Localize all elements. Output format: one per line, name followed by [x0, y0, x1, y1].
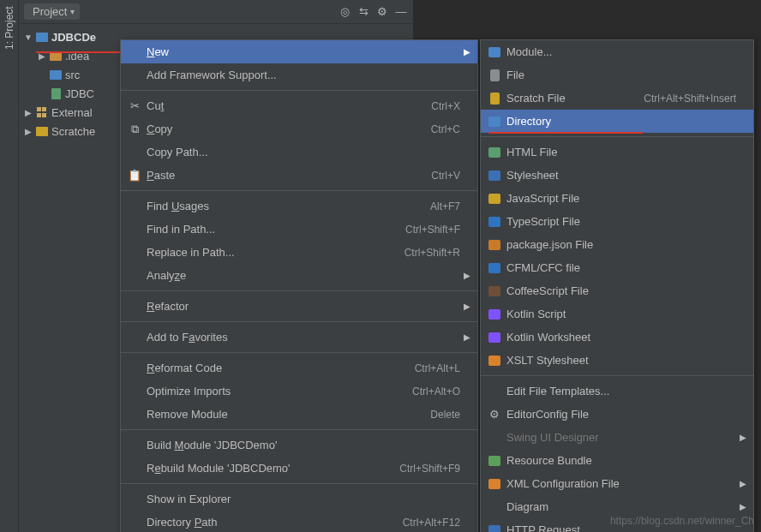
submenu-module[interactable]: Module... — [481, 40, 753, 63]
menu-separator — [481, 136, 753, 137]
menu-rebuild[interactable]: Rebuild Module 'JDBCDemo'Ctrl+Shift+F9 — [121, 457, 477, 480]
watermark: https://blog.csdn.net/winner_Ch — [610, 515, 754, 527]
menu-show-explorer[interactable]: Show in Explorer — [121, 487, 477, 511]
submenu-resource-bundle[interactable]: Resource Bundle — [481, 449, 753, 472]
submenu-ts[interactable]: TypeScript File — [481, 210, 753, 233]
project-view-selector[interactable]: Project ▾ — [24, 3, 80, 20]
menu-separator — [121, 190, 477, 191]
menu-replace-in-path[interactable]: Replace in Path...Ctrl+Shift+R — [121, 241, 477, 264]
chevron-right-icon: ▶ — [740, 479, 746, 488]
chevron-right-icon: ▶ — [464, 302, 470, 311]
folder-icon — [488, 115, 501, 129]
cut-icon: ✂ — [128, 99, 141, 113]
menu-separator — [121, 483, 477, 484]
submenu-editorconfig[interactable]: ⚙EditorConfig File — [481, 403, 753, 426]
minimize-icon[interactable]: — — [394, 5, 408, 19]
panel-header: Project ▾ ◎ ⇆ ⚙ — — [19, 0, 413, 24]
chevron-down-icon: ▾ — [70, 7, 75, 16]
annotation-underline — [488, 132, 643, 134]
submenu-file[interactable]: File — [481, 63, 753, 87]
menu-separator — [121, 321, 477, 322]
menu-copy-path[interactable]: Copy Path... — [121, 140, 477, 164]
menu-cut[interactable]: ✂CutCtrl+X — [121, 94, 477, 117]
menu-separator — [121, 429, 477, 430]
menu-separator — [121, 290, 477, 291]
tree-label: JDBCDe — [51, 31, 96, 44]
resource-icon — [488, 454, 501, 468]
chevron-right-icon: ▶ — [740, 433, 746, 442]
copy-icon: ⧉ — [128, 123, 141, 136]
menu-copy[interactable]: ⧉CopyCtrl+C — [121, 117, 477, 140]
menu-new[interactable]: New▶ — [121, 40, 477, 63]
new-submenu: Module... File Scratch FileCtrl+Alt+Shif… — [480, 39, 754, 532]
menu-remove-module[interactable]: Remove ModuleDelete — [121, 403, 477, 426]
menu-separator — [121, 90, 477, 91]
context-menu: New▶ Add Framework Support... ✂CutCtrl+X… — [120, 39, 478, 532]
gear-icon[interactable]: ⚙ — [375, 5, 389, 19]
chevron-right-icon: ▶ — [464, 332, 470, 342]
submenu-swing[interactable]: Swing UI Designer▶ — [481, 426, 753, 449]
chevron-right-icon: ▶ — [464, 47, 470, 57]
folder-icon — [49, 69, 63, 81]
html-icon — [488, 146, 501, 159]
menu-favorites[interactable]: Add to Favorites▶ — [121, 326, 477, 349]
gear-icon: ⚙ — [488, 408, 501, 421]
submenu-pkgjson[interactable]: package.json File — [481, 233, 753, 256]
menu-separator — [121, 352, 477, 353]
submenu-stylesheet[interactable]: Stylesheet — [481, 164, 753, 187]
css-icon — [488, 169, 501, 182]
xslt-icon — [488, 354, 501, 368]
chevron-right-icon: ▶ — [464, 271, 470, 280]
menu-refactor[interactable]: Refactor▶ — [121, 295, 477, 318]
submenu-xslt[interactable]: XSLT Stylesheet — [481, 349, 753, 372]
submenu-cfml[interactable]: CFML/CFC file — [481, 256, 753, 279]
chevron-right-icon: ▶ — [740, 502, 746, 511]
menu-find-in-path[interactable]: Find in Path...Ctrl+Shift+F — [121, 218, 477, 241]
file-icon — [488, 69, 501, 82]
menu-add-framework[interactable]: Add Framework Support... — [121, 63, 477, 87]
menu-paste[interactable]: 📋PasteCtrl+V — [121, 164, 477, 187]
paste-icon: 📋 — [128, 169, 141, 182]
xml-icon — [488, 477, 501, 491]
tree-label: Scratche — [51, 125, 95, 138]
file-icon — [49, 87, 63, 99]
js-icon — [488, 192, 501, 206]
tree-label: src — [65, 69, 80, 81]
expand-icon[interactable]: ▶ — [24, 127, 33, 136]
menu-optimize[interactable]: Optimize ImportsCtrl+Alt+O — [121, 380, 477, 403]
submenu-edit-templates[interactable]: Edit File Templates... — [481, 380, 753, 403]
ts-icon — [488, 215, 501, 229]
expand-icon[interactable]: ▶ — [24, 108, 33, 117]
cfml-icon — [488, 261, 501, 275]
menu-analyze[interactable]: Analyze▶ — [121, 264, 477, 287]
module-icon — [35, 31, 49, 43]
json-icon — [488, 238, 501, 252]
submenu-xml-config[interactable]: XML Configuration File▶ — [481, 472, 753, 495]
submenu-directory[interactable]: Directory — [481, 110, 753, 133]
tree-label: External — [51, 106, 93, 119]
menu-directory-path[interactable]: Directory PathCtrl+Alt+F12 — [121, 511, 477, 532]
menu-separator — [481, 375, 753, 376]
api-icon — [488, 523, 501, 533]
scratch-icon — [488, 92, 501, 105]
kotlin-icon — [488, 308, 501, 321]
submenu-coffee[interactable]: CoffeeScript File — [481, 279, 753, 302]
menu-build[interactable]: Build Module 'JDBCDemo' — [121, 433, 477, 457]
scratch-icon — [35, 125, 49, 137]
submenu-js[interactable]: JavaScript File — [481, 187, 753, 210]
submenu-kotlin-ws[interactable]: Kotlin Worksheet — [481, 326, 753, 349]
submenu-html[interactable]: HTML File — [481, 140, 753, 164]
menu-reformat[interactable]: Reformat CodeCtrl+Alt+L — [121, 356, 477, 380]
target-icon[interactable]: ◎ — [338, 5, 351, 19]
project-title: Project — [33, 5, 67, 18]
submenu-kotlin-script[interactable]: Kotlin Script — [481, 302, 753, 326]
kotlin-icon — [488, 331, 501, 344]
submenu-scratch[interactable]: Scratch FileCtrl+Alt+Shift+Insert — [481, 87, 753, 110]
expand-icon[interactable]: ▼ — [24, 33, 33, 42]
collapse-icon[interactable]: ⇆ — [357, 5, 370, 19]
coffee-icon — [488, 284, 501, 298]
project-tool-label: 1: Project — [3, 6, 15, 50]
lib-icon — [35, 106, 49, 118]
project-tool-tab[interactable]: 1: Project — [0, 0, 19, 532]
menu-find-usages[interactable]: Find UsagesAlt+F7 — [121, 194, 477, 218]
